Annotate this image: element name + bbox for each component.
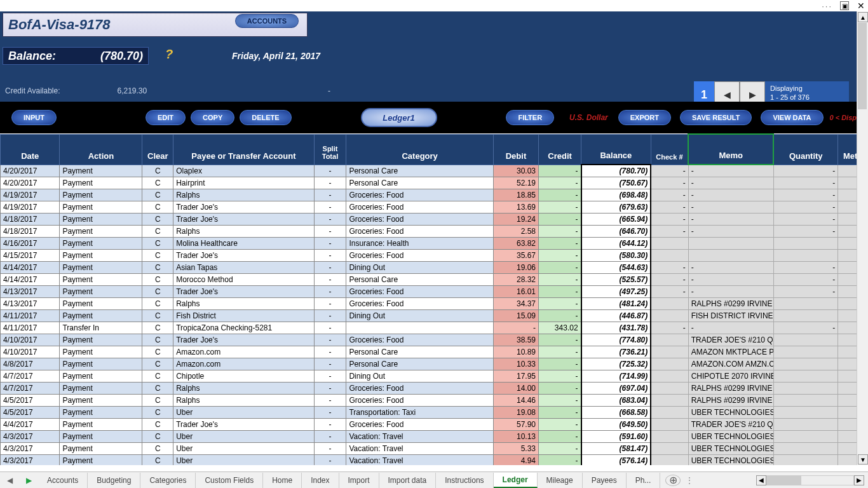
cell-clear[interactable]: C: [142, 418, 173, 430]
cell-credit[interactable]: -: [539, 189, 581, 201]
cell-quantity[interactable]: [773, 454, 838, 465]
cell-action[interactable]: Payment: [60, 237, 142, 249]
cell-credit[interactable]: -: [539, 418, 581, 430]
cell-date[interactable]: 4/14/2017: [1, 273, 60, 285]
cell-debit[interactable]: 14.00: [493, 382, 538, 394]
col-date[interactable]: Date: [1, 134, 60, 165]
cell-split[interactable]: -: [314, 213, 346, 225]
cell-action[interactable]: Payment: [60, 177, 142, 189]
cell-debit[interactable]: 2.58: [493, 225, 538, 237]
cell-check[interactable]: [651, 358, 688, 370]
cell-quantity[interactable]: [773, 442, 838, 454]
cell-credit[interactable]: -: [539, 358, 581, 370]
cell-debit[interactable]: 30.03: [493, 165, 538, 177]
edit-button[interactable]: EDIT: [146, 110, 186, 125]
table-row[interactable]: 4/7/2017PaymentCRalphs-Groceries: Food14…: [1, 382, 868, 394]
cell-date[interactable]: 4/18/2017: [1, 225, 60, 237]
cell-debit[interactable]: 14.46: [493, 394, 538, 406]
cell-action[interactable]: Payment: [60, 225, 142, 237]
cell-memo[interactable]: RALPHS #0299 IRVINE C: [688, 394, 773, 406]
cell-action[interactable]: Transfer In: [60, 322, 142, 334]
filter-button[interactable]: FILTER: [506, 110, 554, 125]
cell-action[interactable]: Payment: [60, 273, 142, 285]
delete-button[interactable]: DELETE: [240, 110, 291, 125]
table-row[interactable]: 4/14/2017PaymentCMorocco Method-Personal…: [1, 273, 868, 285]
table-row[interactable]: 4/10/2017PaymentCTrader Joe's-Groceries:…: [1, 334, 868, 346]
cell-debit[interactable]: -: [493, 322, 538, 334]
cell-action[interactable]: Payment: [60, 285, 142, 297]
cell-split[interactable]: -: [314, 346, 346, 358]
cell-date[interactable]: 4/3/2017: [1, 430, 60, 442]
col-balance[interactable]: Balance: [581, 134, 651, 165]
cell-balance[interactable]: (431.78): [581, 322, 651, 334]
cell-balance[interactable]: (665.94): [581, 213, 651, 225]
cell-check[interactable]: [651, 334, 688, 346]
cell-check[interactable]: [651, 430, 688, 442]
cell-check[interactable]: [651, 394, 688, 406]
cell-split[interactable]: -: [314, 406, 346, 418]
cell-debit[interactable]: 10.89: [493, 346, 538, 358]
cell-memo[interactable]: -: [688, 201, 773, 213]
cell-clear[interactable]: C: [142, 213, 173, 225]
cell-balance[interactable]: (576.14): [581, 454, 651, 465]
cell-date[interactable]: 4/10/2017: [1, 346, 60, 358]
cell-balance[interactable]: (774.80): [581, 334, 651, 346]
cell-debit[interactable]: 28.32: [493, 273, 538, 285]
cell-quantity[interactable]: [773, 237, 838, 249]
cell-debit[interactable]: 63.82: [493, 237, 538, 249]
cell-payee[interactable]: Chipotle: [173, 370, 314, 382]
cell-check[interactable]: [651, 297, 688, 309]
cell-action[interactable]: Payment: [60, 418, 142, 430]
cell-credit[interactable]: -: [539, 454, 581, 465]
cell-action[interactable]: Payment: [60, 297, 142, 309]
cell-balance[interactable]: (481.24): [581, 297, 651, 309]
cell-memo[interactable]: [688, 249, 773, 261]
cell-debit[interactable]: 52.19: [493, 177, 538, 189]
table-row[interactable]: 4/14/2017PaymentCAsian Tapas-Dining Out1…: [1, 261, 868, 273]
cell-quantity[interactable]: -: [773, 261, 838, 273]
cell-date[interactable]: 4/7/2017: [1, 382, 60, 394]
cell-check[interactable]: [651, 382, 688, 394]
cell-split[interactable]: -: [314, 189, 346, 201]
cell-balance[interactable]: (668.58): [581, 406, 651, 418]
cell-quantity[interactable]: [773, 297, 838, 309]
cell-date[interactable]: 4/19/2017: [1, 201, 60, 213]
cell-check[interactable]: [651, 442, 688, 454]
tab-prev-icon[interactable]: ◀: [7, 476, 13, 485]
cell-memo[interactable]: -: [688, 273, 773, 285]
cell-quantity[interactable]: -: [773, 213, 838, 225]
table-row[interactable]: 4/10/2017PaymentCAmazon.com-Personal Car…: [1, 346, 868, 358]
cell-date[interactable]: 4/8/2017: [1, 358, 60, 370]
cell-split[interactable]: -: [314, 309, 346, 322]
table-row[interactable]: 4/5/2017PaymentCRalphs-Groceries: Food14…: [1, 394, 868, 406]
cell-balance[interactable]: (736.21): [581, 346, 651, 358]
cell-credit[interactable]: -: [539, 237, 581, 249]
cell-balance[interactable]: (750.67): [581, 177, 651, 189]
more-icon[interactable]: ···: [822, 1, 832, 11]
cell-debit[interactable]: 35.67: [493, 249, 538, 261]
cell-balance[interactable]: (649.50): [581, 418, 651, 430]
cell-check[interactable]: [651, 454, 688, 465]
cell-action[interactable]: Payment: [60, 309, 142, 322]
cell-split[interactable]: -: [314, 285, 346, 297]
table-row[interactable]: 4/11/2017PaymentCFish District-Dining Ou…: [1, 309, 868, 322]
cell-split[interactable]: -: [314, 297, 346, 309]
tab-custom-fields[interactable]: Custom Fields: [196, 473, 263, 488]
cell-balance[interactable]: (698.48): [581, 189, 651, 201]
cell-memo[interactable]: RALPHS #0299 IRVINE C: [688, 382, 773, 394]
cell-debit[interactable]: 19.08: [493, 406, 538, 418]
tab-import-data[interactable]: Import data: [379, 473, 437, 488]
cell-category[interactable]: Groceries: Food: [346, 334, 494, 346]
close-window-button[interactable]: ✕: [857, 1, 865, 10]
cell-payee[interactable]: Molina Healthcare: [173, 237, 314, 249]
cell-quantity[interactable]: [773, 430, 838, 442]
cell-memo[interactable]: RALPHS #0299 IRVINE C: [688, 297, 773, 309]
table-row[interactable]: 4/15/2017PaymentCTrader Joe's-Groceries:…: [1, 249, 868, 261]
cell-quantity[interactable]: -: [773, 201, 838, 213]
cell-credit[interactable]: -: [539, 165, 581, 177]
cell-credit[interactable]: 343.02: [539, 322, 581, 334]
cell-payee[interactable]: Amazon.com: [173, 346, 314, 358]
cell-category[interactable]: Groceries: Food: [346, 201, 494, 213]
cell-check[interactable]: -: [651, 225, 688, 237]
tab-import[interactable]: Import: [339, 473, 379, 488]
